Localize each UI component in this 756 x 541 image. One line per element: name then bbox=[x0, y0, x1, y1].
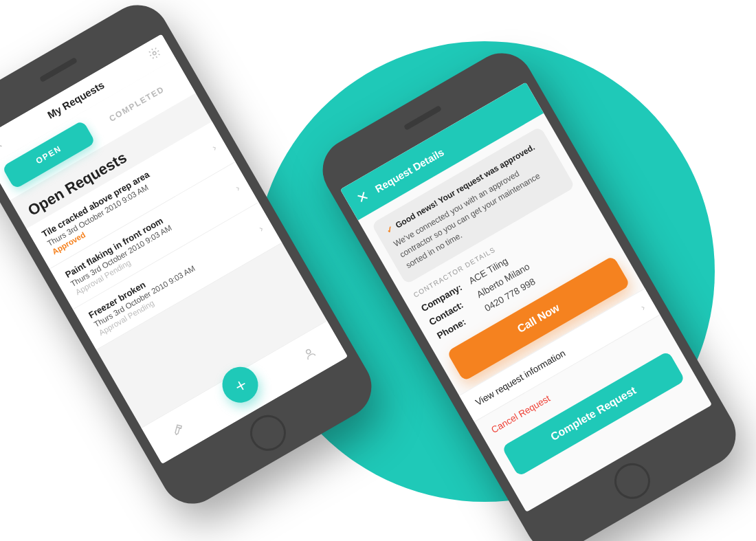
hammer-icon[interactable] bbox=[170, 420, 188, 440]
svg-line-1 bbox=[0, 144, 2, 147]
plus-icon: ＋ bbox=[226, 370, 254, 399]
chevron-right-icon: › bbox=[639, 302, 647, 312]
close-icon[interactable]: ✕ bbox=[353, 187, 372, 207]
phone-speaker bbox=[403, 105, 442, 131]
bottom-nav: ＋ bbox=[141, 320, 348, 464]
svg-point-3 bbox=[305, 349, 311, 354]
gear-icon[interactable] bbox=[146, 45, 164, 63]
home-button[interactable] bbox=[243, 408, 292, 457]
phone-speaker bbox=[39, 57, 78, 82]
svg-point-2 bbox=[153, 51, 157, 55]
home-button[interactable] bbox=[608, 456, 656, 505]
user-icon[interactable] bbox=[300, 345, 319, 365]
search-icon[interactable] bbox=[0, 136, 5, 155]
add-request-button[interactable]: ＋ bbox=[216, 360, 265, 409]
screen-my-requests: My Requests OPEN COMPLETED Open Requests… bbox=[0, 34, 348, 464]
